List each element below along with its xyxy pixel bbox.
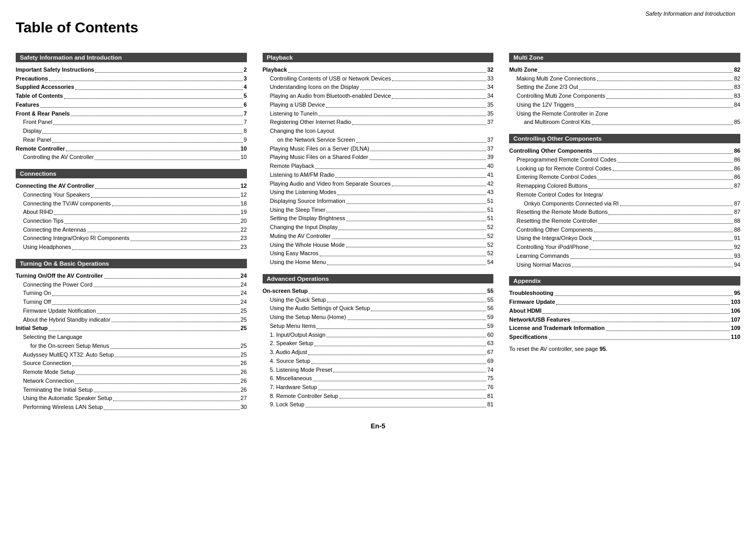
toc-page-number: 18: [241, 199, 247, 208]
toc-page-number: 107: [731, 315, 740, 324]
toc-entry-text: Firmware Update: [509, 298, 555, 306]
toc-page-number: 8: [244, 127, 247, 135]
toc-entry: Precautions3: [16, 74, 247, 83]
toc-dots: [392, 74, 486, 82]
toc-dots: [392, 179, 487, 187]
toc-dots: [66, 144, 239, 152]
toc-dots: [599, 217, 733, 224]
toc-page-number: 87: [734, 208, 740, 217]
toc-page-number: 75: [487, 374, 493, 383]
toc-entry-text: 7. Hardware Setup: [270, 383, 317, 392]
toc-page-number: 41: [487, 170, 493, 179]
toc-entry: Using Headphones23: [16, 243, 247, 252]
toc-entry: 1. Input/Output Assign60: [263, 331, 494, 339]
toc-entry-text: Using the Automatic Speaker Setup: [23, 394, 112, 403]
toc-page-number: 92: [734, 243, 740, 252]
toc-dots: [315, 162, 486, 169]
toc-entry-text: Connecting the TV/AV components: [23, 199, 111, 208]
toc-dots: [369, 153, 487, 160]
toc-page-number: 110: [731, 333, 740, 342]
toc-dots: [589, 181, 733, 189]
toc-page-number: 74: [487, 366, 493, 374]
toc-entry: 7. Hardware Setup76: [263, 383, 494, 392]
toc-page-number: 60: [487, 331, 493, 339]
toc-entry-text: Terminating the Initial Setup: [23, 385, 93, 394]
toc-entry-text: Playing an Audio from Bluetooth-enabled …: [270, 92, 391, 100]
toc-entry-text: Front Panel: [23, 118, 52, 127]
toc-dots: [111, 315, 240, 323]
section-header: Playback: [263, 53, 494, 62]
toc-page-number: 82: [734, 65, 740, 74]
toc-entry-text: Preprogrammed Remote Control Codes: [516, 155, 616, 164]
toc-entry: Connecting the AV Controller12: [16, 181, 247, 190]
toc-entry: Controlling Other Components86: [509, 146, 740, 155]
toc-page-number: 55: [487, 295, 493, 304]
toc-entry: Using the Quick Setup55: [263, 295, 494, 304]
toc-entry: Controlling Multi Zone Components83: [509, 92, 740, 100]
toc-entry-text: Onkyo Components Connected via RI: [524, 199, 618, 208]
toc-entry-text: Important Safety Instructions: [16, 65, 94, 74]
toc-entry: Playing Music Files on a Shared Folder39: [263, 153, 494, 162]
toc-dots: [346, 241, 486, 248]
toc-entry-text: Listening to AM/FM Radio: [270, 170, 335, 179]
toc-page-number: 88: [734, 225, 740, 234]
toc-page-number: 24: [241, 271, 247, 280]
toc-dots: [288, 65, 487, 73]
toc-page-number: 12: [241, 181, 247, 190]
toc-entry: Network Connection26: [16, 377, 247, 385]
toc-entry-text: Controlling Other Components: [516, 225, 593, 234]
toc-entry-text: Using the Audio Settings of Quick Setup: [270, 304, 370, 313]
toc-entry: Playing Audio and Video from Separate So…: [263, 179, 494, 188]
toc-page-number: 91: [734, 234, 740, 243]
footer-text: En-5: [16, 422, 740, 430]
toc-page-number: 6: [244, 100, 247, 109]
toc-entry-text: Multi Zone: [509, 65, 537, 74]
column-1: Safety Information and IntroductionImpor…: [16, 45, 247, 412]
toc-entry-text: Changing the Icon Layout: [270, 127, 334, 135]
toc-entry: Display8: [16, 127, 247, 135]
toc-entry: Audyssey MultEQ XT32: Auto Setup25: [16, 350, 247, 359]
toc-entry-text: Connection Tips: [23, 217, 63, 225]
toc-entry: Resetting the Remote Controller88: [509, 217, 740, 225]
toc-dots: [620, 199, 733, 207]
toc-entry-text: Performing Wireless LAN Setup: [23, 403, 103, 412]
toc-entry: Source Connection26: [16, 359, 247, 368]
toc-entry: Controlling Contents of USB or Network D…: [263, 74, 494, 83]
toc-entry-text: Changing the Input Display: [270, 223, 338, 232]
toc-dots: [617, 155, 733, 163]
toc-entry-text: Connecting the AV Controller: [16, 181, 94, 190]
section-header: Advanced Operations: [263, 274, 494, 283]
toc-entry: Multi Zone82: [509, 65, 740, 74]
toc-dots: [327, 258, 486, 265]
toc-page-number: 86: [734, 173, 740, 181]
toc-page-number: 26: [241, 377, 247, 385]
toc-page-number: 40: [487, 162, 493, 170]
toc-entry: Controlling Other Components88: [509, 225, 740, 234]
toc-page-number: 52: [487, 249, 493, 258]
toc-entry-text: Using the Integra/Onkyo Dock: [516, 234, 592, 243]
toc-entry: About HDMI106: [509, 306, 740, 315]
toc-dots: [592, 118, 733, 125]
toc-dots: [606, 92, 733, 99]
section-header: Connections: [16, 169, 247, 178]
toc-entry: Resetting the Remote Mode Buttons87: [509, 208, 740, 217]
reset-note: To reset the AV controller, see page 95.: [509, 346, 740, 352]
toc-page-number: 52: [487, 232, 493, 241]
toc-entry-text: Understanding Icons on the Display: [270, 83, 359, 92]
toc-entry-text: Remote Controller: [16, 144, 65, 153]
toc-entry-text: Troubleshooting: [509, 289, 554, 298]
toc-page-number: 10: [241, 144, 247, 153]
toc-entry-text: Setting the Zone 2/3 Out: [516, 83, 578, 92]
toc-entry: Setting the Display Brightness51: [263, 214, 494, 223]
toc-dots: [572, 260, 733, 268]
toc-page-number: 7: [244, 109, 247, 118]
toc-dots: [606, 324, 730, 331]
toc-page-number: 34: [487, 92, 493, 100]
toc-dots: [327, 295, 486, 303]
toc-dots: [52, 135, 243, 143]
toc-dots: [319, 109, 486, 117]
toc-page-number: 88: [734, 217, 740, 225]
toc-entry: Using the 12V Triggers84: [509, 100, 740, 109]
toc-dots: [75, 377, 239, 384]
toc-dots: [308, 348, 486, 355]
